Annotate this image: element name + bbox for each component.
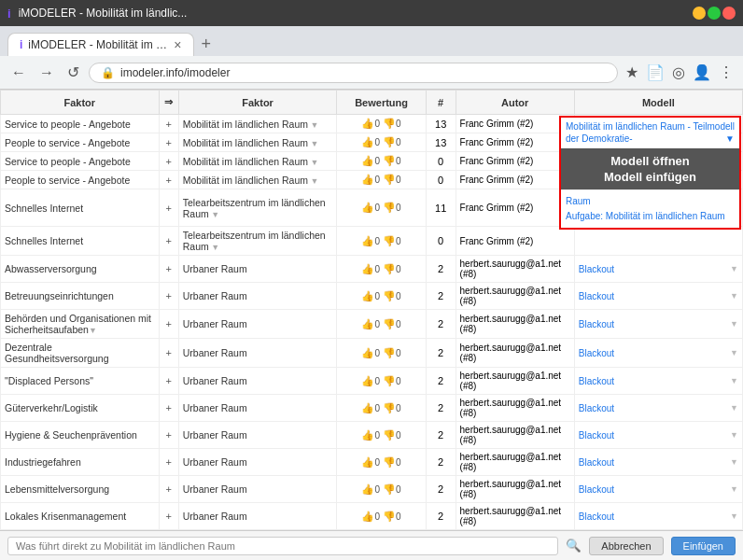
cell-arrow[interactable]: + xyxy=(159,171,178,189)
tab-favicon: i xyxy=(20,38,22,51)
bottom-bar: 🔍 Abbrechen Einfügen xyxy=(0,530,743,560)
cell-modell[interactable]: Blackout▼ xyxy=(574,395,742,422)
cell-faktor2: Urbaner Raum xyxy=(178,422,337,449)
insert-button[interactable]: Einfügen xyxy=(671,537,736,555)
cell-modell[interactable]: Blackout▼ xyxy=(574,449,742,476)
cell-bewertung: 👍0 👎0 xyxy=(337,133,426,152)
cell-arrow[interactable]: + xyxy=(159,256,178,283)
cell-modell[interactable]: Blackout▼ xyxy=(574,368,742,395)
cell-modell[interactable]: Blackout▼ xyxy=(574,283,742,310)
close-button[interactable]: × xyxy=(722,7,736,20)
browser-chrome: i iMODELER - Mobilität im ländlic... — □… xyxy=(0,0,743,90)
forward-button[interactable]: → xyxy=(35,63,58,83)
cell-count: 0 xyxy=(426,152,456,171)
cell-autor: herbert.saurugg@a1.net (#8) xyxy=(456,310,574,339)
table-row: Hygiene & Seuchenprävention+Urbaner Raum… xyxy=(1,422,743,449)
header-hash: # xyxy=(426,91,456,115)
nav-bar: ← → ↺ 🔒 imodeler.info/imodeler ★ 📄 ◎ 👤 ⋮ xyxy=(0,56,743,90)
cell-count: 2 xyxy=(426,256,456,283)
tab-bar: i iMODELER - Mobilität im ländlic... × + xyxy=(0,26,743,56)
modell-offnen-item[interactable]: Modell öffnen xyxy=(568,153,732,169)
address-bar[interactable]: 🔒 imodeler.info/imodeler xyxy=(89,63,618,83)
table-header: Faktor ⇒ Faktor Bewertung # Autor Modell xyxy=(1,91,743,115)
tab-close-button[interactable]: × xyxy=(174,37,181,52)
cell-arrow[interactable]: + xyxy=(159,115,178,133)
extensions-icon[interactable]: ◎ xyxy=(670,62,687,83)
title-bar: i iMODELER - Mobilität im ländlic... — □… xyxy=(0,0,743,26)
cell-modell[interactable]: Blackout▼ xyxy=(574,422,742,449)
cell-arrow[interactable]: + xyxy=(159,449,178,476)
cell-bewertung: 👍0 👎0 xyxy=(337,171,426,189)
cell-faktor1: Service to people - Angebote xyxy=(1,152,160,171)
cell-faktor2: Mobilität im ländlichen Raum ▼ xyxy=(178,152,337,171)
table-row: Behörden und Organisationen mit Sicherhe… xyxy=(1,310,743,339)
cell-arrow[interactable]: + xyxy=(159,422,178,449)
chrome-icon[interactable]: 📄 xyxy=(644,62,666,83)
cell-modell[interactable]: Blackout▼ xyxy=(574,256,742,283)
context-links: Raum Aufgabe: Mobilität im ländlichen Ra… xyxy=(561,189,739,228)
cell-modell[interactable]: Blackout▼ xyxy=(574,476,742,503)
cell-count: 13 xyxy=(426,115,456,133)
cell-autor: Franc Grimm (#2) xyxy=(456,171,574,189)
context-link2[interactable]: Aufgabe: Mobilität im ländlichen Raum xyxy=(566,211,725,221)
active-tab[interactable]: i iMODELER - Mobilität im ländlic... × xyxy=(7,33,194,56)
nav-icons: ★ 📄 ◎ 👤 ⋮ xyxy=(624,62,736,83)
cell-arrow[interactable]: + xyxy=(159,503,178,530)
account-icon[interactable]: 👤 xyxy=(691,62,713,83)
cell-count: 2 xyxy=(426,395,456,422)
cell-modell[interactable]: Blackout▼ xyxy=(574,503,742,530)
cell-arrow[interactable]: + xyxy=(159,395,178,422)
search-input[interactable] xyxy=(7,537,558,555)
cell-arrow[interactable]: + xyxy=(159,227,178,256)
table-row: Lebensmittelversorgung+Urbaner Raum👍0 👎0… xyxy=(1,476,743,503)
modell-einfugen-item[interactable]: Modell einfügen xyxy=(568,169,732,185)
cell-faktor2: Mobilität im ländlichen Raum ▼ xyxy=(178,115,337,133)
cell-arrow[interactable]: + xyxy=(159,476,178,503)
maximize-button[interactable]: □ xyxy=(708,7,721,20)
cell-faktor1: Betreuungseinrichtungen xyxy=(1,283,160,310)
cell-count: 2 xyxy=(426,449,456,476)
cell-bewertung: 👍0 👎0 xyxy=(337,449,426,476)
menu-icon[interactable]: ⋮ xyxy=(717,62,736,83)
bookmark-icon[interactable]: ★ xyxy=(624,62,640,83)
search-icon-button[interactable]: 🔍 xyxy=(566,539,582,553)
table-row: Abwasserversorgung+Urbaner Raum👍0 👎02her… xyxy=(1,256,743,283)
cell-modell[interactable] xyxy=(574,227,742,256)
reload-button[interactable]: ↺ xyxy=(63,62,83,83)
header-autor: Autor xyxy=(456,91,574,115)
cell-count: 2 xyxy=(426,310,456,339)
cell-arrow[interactable]: + xyxy=(159,133,178,152)
cell-arrow[interactable]: + xyxy=(159,283,178,310)
new-tab-button[interactable]: + xyxy=(194,33,219,56)
context-menu-overlay: Mobilität im ländlichen Raum - Teilmodel… xyxy=(559,116,741,230)
cell-arrow[interactable]: + xyxy=(159,189,178,227)
cell-faktor1: Dezentrale Gesundheitsversorgung xyxy=(1,339,160,368)
cell-arrow[interactable]: + xyxy=(159,368,178,395)
cell-faktor2: Telearbeitszentrum im ländlichen Raum ▼ xyxy=(178,189,337,227)
lock-icon: 🔒 xyxy=(101,66,115,79)
cell-arrow[interactable]: + xyxy=(159,310,178,339)
window-controls: — □ × xyxy=(693,7,736,20)
cell-autor: herbert.saurugg@a1.net (#8) xyxy=(456,368,574,395)
url-text: imodeler.info/imodeler xyxy=(120,66,230,79)
cell-count: 0 xyxy=(426,227,456,256)
context-menu-items[interactable]: Modell öffnen Modell einfügen xyxy=(561,148,739,189)
table-row: Dezentrale Gesundheitsversorgung+Urbaner… xyxy=(1,339,743,368)
context-link1[interactable]: Raum xyxy=(566,196,591,206)
cell-faktor2: Mobilität im ländlichen Raum ▼ xyxy=(178,171,337,189)
cell-autor: herbert.saurugg@a1.net (#8) xyxy=(456,256,574,283)
cell-count: 2 xyxy=(426,422,456,449)
cell-modell[interactable]: Blackout▼ xyxy=(574,339,742,368)
app-container: Faktor ⇒ Faktor Bewertung # Autor Modell… xyxy=(0,90,743,560)
cell-arrow[interactable]: + xyxy=(159,152,178,171)
cell-faktor2: Urbaner Raum xyxy=(178,310,337,339)
cell-modell[interactable]: Blackout▼ xyxy=(574,310,742,339)
cell-faktor1: Hygiene & Seuchenprävention xyxy=(1,422,160,449)
cancel-button[interactable]: Abbrechen xyxy=(589,537,663,555)
cell-faktor2: Urbaner Raum xyxy=(178,339,337,368)
cell-autor: Franc Grimm (#2) xyxy=(456,115,574,133)
minimize-button[interactable]: — xyxy=(693,7,706,20)
tab-title: iMODELER - Mobilität im ländlic... xyxy=(28,38,168,51)
cell-arrow[interactable]: + xyxy=(159,339,178,368)
back-button[interactable]: ← xyxy=(7,63,30,83)
